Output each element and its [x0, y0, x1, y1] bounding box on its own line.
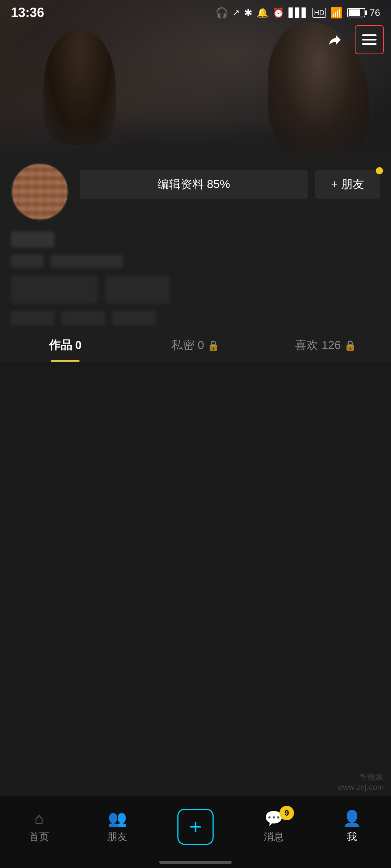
meta-blur-1 [11, 255, 43, 268]
stats-row [11, 311, 380, 326]
stat-blur-3 [112, 311, 156, 326]
username-row [11, 231, 380, 249]
edit-profile-button[interactable]: 编辑资料 85% [80, 170, 308, 199]
message-icon-wrapper: 💬 9 [264, 809, 283, 827]
nav-me[interactable]: 👤 我 [325, 809, 379, 844]
svg-rect-2 [362, 43, 377, 45]
nav-plus-button[interactable]: + [177, 809, 214, 845]
status-bar: 13:36 🎧 ↗ ✱ 🔔 ⏰ ▋▋▋ HD 📶 76 [0, 0, 391, 25]
hero-cover [0, 0, 391, 174]
profile-section: 编辑资料 85% + 朋友 [0, 152, 391, 336]
bluetooth-icon: ✱ [244, 7, 252, 19]
home-indicator [159, 861, 232, 864]
username-blur [11, 231, 54, 247]
tag-blur-1 [11, 275, 98, 304]
nav-home-label: 首页 [29, 830, 49, 844]
add-friend-button[interactable]: + 朋友 [315, 170, 380, 199]
battery-indicator [347, 8, 365, 17]
tab-likes[interactable]: 喜欢 126 🔒 [261, 329, 391, 362]
signal-icon: ▋▋▋ [289, 8, 308, 18]
nav-me-label: 我 [347, 830, 357, 844]
tabs-container: 作品 0 私密 0 🔒 喜欢 126 🔒 [0, 329, 391, 362]
location-icon: ↗ [232, 8, 240, 18]
status-time: 13:36 [11, 5, 44, 20]
hd-icon: HD [312, 8, 326, 18]
menu-button[interactable] [355, 25, 384, 54]
nav-friends[interactable]: 👥 朋友 [90, 809, 144, 844]
nav-plus[interactable]: + [168, 809, 223, 845]
headphone-icon: 🎧 [215, 7, 228, 19]
user-meta-row [11, 255, 380, 268]
likes-lock-icon: 🔒 [344, 340, 357, 352]
tab-private[interactable]: 私密 0 🔒 [130, 329, 261, 362]
svg-rect-1 [362, 39, 377, 41]
profile-buttons: 编辑资料 85% + 朋友 [80, 170, 380, 199]
nav-messages[interactable]: 💬 9 消息 [247, 809, 301, 844]
profile-top-row: 编辑资料 85% + 朋友 [11, 163, 380, 221]
tag-blur-2 [105, 275, 170, 304]
battery-percent: 76 [370, 7, 380, 18]
tab-works[interactable]: 作品 0 [0, 329, 130, 362]
stat-blur-2 [62, 311, 105, 326]
share-button[interactable] [322, 27, 348, 52]
nav-friends-label: 朋友 [107, 830, 127, 844]
friend-notification-dot [376, 167, 383, 174]
alarm-icon: ⏰ [273, 7, 284, 18]
meta-blur-2 [51, 255, 123, 268]
message-badge: 9 [279, 806, 294, 820]
hero-actions [322, 25, 384, 54]
watermark: 智能家 www.znj.com [337, 772, 384, 792]
status-icons: 🎧 ↗ ✱ 🔔 ⏰ ▋▋▋ HD 📶 76 [215, 7, 380, 19]
private-lock-icon: 🔒 [207, 340, 220, 352]
silent-icon: 🔔 [257, 7, 268, 18]
tags-row [11, 275, 380, 304]
avatar[interactable] [11, 163, 69, 221]
wifi-icon: 📶 [330, 7, 343, 19]
stat-blur-1 [11, 311, 54, 326]
nav-messages-label: 消息 [264, 830, 284, 844]
content-area [0, 362, 391, 796]
bottom-nav: ⌂ 首页 👥 朋友 + 💬 9 消息 👤 我 [0, 796, 391, 868]
nav-home[interactable]: ⌂ 首页 [12, 810, 66, 844]
avatar-image [12, 164, 68, 220]
svg-rect-0 [362, 34, 377, 36]
